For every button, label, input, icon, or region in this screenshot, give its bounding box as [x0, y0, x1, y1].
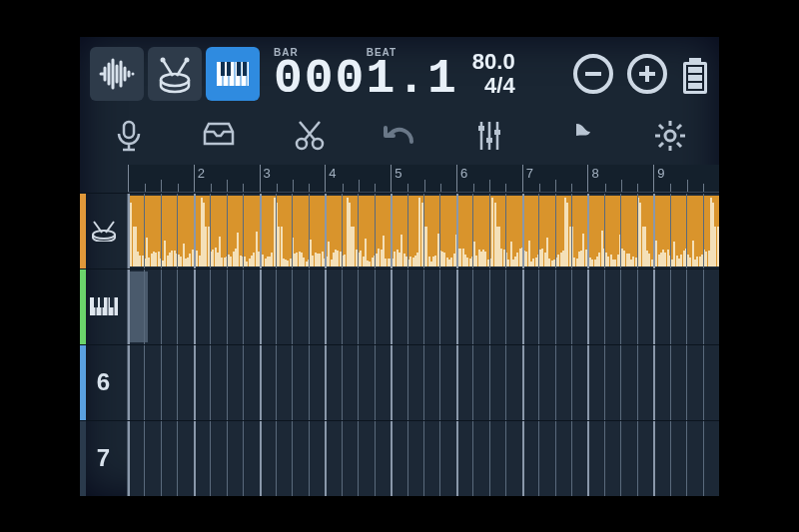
cut-button[interactable] [279, 112, 341, 160]
track-6[interactable]: 6 [80, 344, 719, 420]
track-head-6[interactable]: 6 [80, 345, 128, 420]
waveform-icon [97, 54, 137, 94]
drums-icon [155, 54, 195, 94]
svg-rect-11 [124, 122, 134, 138]
track-body-6[interactable] [128, 345, 719, 420]
svg-point-18 [93, 231, 115, 239]
track-body-keys[interactable] [128, 269, 719, 344]
toolbar [80, 107, 719, 165]
battery-icon [681, 54, 709, 94]
svg-rect-6 [237, 62, 241, 76]
svg-point-2 [185, 57, 190, 62]
svg-rect-10 [645, 66, 649, 82]
library-button[interactable] [188, 112, 250, 160]
track-keys[interactable] [80, 268, 719, 344]
tempo-box[interactable]: 80.0 4/4 [472, 50, 515, 96]
mode-drums-button[interactable] [148, 47, 202, 101]
track-body-7[interactable] [128, 421, 719, 496]
zoom-in-button[interactable] [627, 54, 667, 94]
track-drums[interactable] [80, 193, 719, 268]
svg-rect-20 [94, 297, 98, 307]
piano-keys-icon [88, 295, 120, 317]
mode-audio-button[interactable] [90, 47, 144, 101]
track-7[interactable]: 7 [80, 420, 719, 496]
track-head-drums[interactable] [80, 194, 128, 268]
sliders-icon [471, 118, 507, 154]
svg-rect-5 [227, 62, 231, 76]
gear-icon [652, 118, 688, 154]
svg-rect-15 [486, 138, 492, 143]
svg-rect-21 [100, 297, 104, 307]
tempo-value: 80.0 [472, 50, 515, 73]
marker-button[interactable] [549, 112, 611, 160]
position-counter: BAR BEAT 0001.1 [274, 47, 458, 100]
counter-value: 0001.1 [274, 58, 458, 100]
undo-icon [382, 118, 417, 154]
inbox-icon [201, 118, 237, 154]
svg-point-0 [161, 74, 189, 86]
minus-icon [582, 63, 604, 85]
tracks-area: 6 7 [80, 193, 719, 496]
svg-rect-22 [110, 297, 114, 307]
svg-point-17 [665, 131, 675, 141]
mode-keys-button[interactable] [206, 47, 260, 101]
track-label: 6 [97, 368, 110, 396]
mixer-button[interactable] [458, 112, 520, 160]
plus-icon [636, 63, 658, 85]
svg-point-13 [313, 139, 323, 149]
svg-rect-16 [494, 130, 500, 135]
record-mic-button[interactable] [98, 112, 160, 160]
scissors-icon [292, 118, 328, 154]
svg-rect-4 [221, 62, 225, 76]
timeline-ruler[interactable]: 23456789 [128, 165, 719, 193]
svg-point-12 [297, 139, 307, 149]
track-label: 7 [97, 444, 110, 472]
track-body-drums[interactable] [128, 194, 719, 268]
app-screen: BAR BEAT 0001.1 80.0 4/4 [80, 37, 719, 496]
note-flag-icon [562, 118, 598, 154]
mic-icon [111, 118, 147, 154]
svg-rect-8 [585, 72, 601, 76]
status-bar: BAR BEAT 0001.1 80.0 4/4 [80, 37, 719, 107]
svg-rect-7 [243, 62, 247, 76]
piano-keys-icon [213, 54, 253, 94]
drums-icon [88, 220, 120, 242]
svg-point-1 [161, 57, 166, 62]
undo-button[interactable] [369, 112, 430, 160]
svg-rect-14 [478, 126, 484, 131]
settings-button[interactable] [639, 112, 701, 160]
track-head-7[interactable]: 7 [80, 421, 128, 496]
time-signature: 4/4 [484, 74, 515, 97]
zoom-out-button[interactable] [573, 54, 613, 94]
track-head-keys[interactable] [80, 269, 128, 344]
